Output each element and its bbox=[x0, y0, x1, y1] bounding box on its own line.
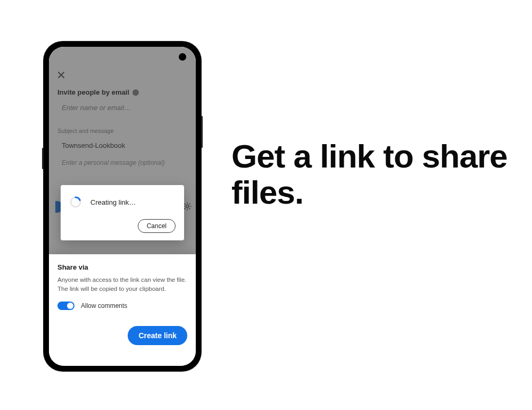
sheet-description: Anyone with access to the link can view … bbox=[57, 275, 187, 293]
share-via-sheet: Share via Anyone with access to the link… bbox=[49, 254, 196, 366]
sheet-description-line2: The link will be copied to your clipboar… bbox=[57, 286, 166, 292]
modal-status-text: Creating link… bbox=[90, 198, 136, 206]
spinner-icon bbox=[69, 196, 82, 208]
camera-hole bbox=[179, 53, 186, 61]
marketing-headline: Get a link to share files. bbox=[231, 138, 508, 211]
creating-link-modal: Creating link… Cancel bbox=[61, 185, 184, 240]
cancel-button[interactable]: Cancel bbox=[138, 219, 176, 233]
phone-frame: Invite people by email Enter name or ema… bbox=[44, 41, 201, 371]
create-link-button[interactable]: Create link bbox=[128, 326, 187, 345]
phone-screen: Invite people by email Enter name or ema… bbox=[49, 47, 196, 366]
allow-comments-label: Allow comments bbox=[81, 302, 127, 309]
sheet-title: Share via bbox=[57, 263, 187, 271]
sheet-description-line1: Anyone with access to the link can view … bbox=[57, 277, 186, 283]
allow-comments-toggle[interactable] bbox=[57, 302, 74, 310]
